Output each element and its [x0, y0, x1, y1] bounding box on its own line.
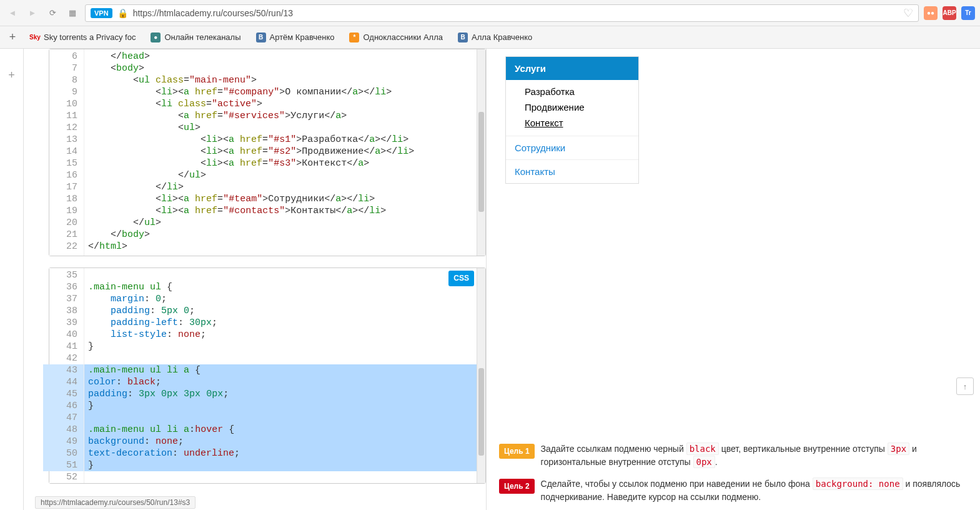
extension-icon-abp[interactable]: ABP [943, 6, 956, 20]
apps-grid-icon[interactable]: ▦ [65, 6, 80, 21]
nav-back-button[interactable]: ◄ [5, 6, 20, 21]
bookmark-icon: * [349, 32, 359, 42]
bookmark-item[interactable]: SkySky torrents a Privacy foc [30, 32, 136, 42]
bookmark-item[interactable]: *Одноклассники Алла [349, 32, 443, 42]
extension-icon-ext1[interactable]: ●● [924, 6, 938, 20]
lock-icon: 🔒 [117, 8, 128, 18]
bookmark-icon: B [458, 32, 468, 42]
bookmark-label: Онлайн телеканалы [164, 32, 240, 42]
heart-icon[interactable]: ♡ [903, 6, 913, 20]
bookmark-icon: ● [151, 32, 161, 42]
add-tab-button[interactable]: + [5, 30, 20, 45]
nav-forward-button[interactable]: ► [25, 6, 40, 21]
bookmark-icon: B [256, 32, 266, 42]
vpn-badge: VPN [91, 8, 112, 18]
bookmark-label: Sky torrents a Privacy foc [44, 32, 136, 42]
bookmark-icon: Sky [30, 32, 40, 42]
extension-icon-translate[interactable]: Tr [961, 6, 975, 20]
bookmark-item[interactable]: ●Онлайн телеканалы [151, 32, 240, 42]
bookmark-item[interactable]: BАртём Кравченко [256, 32, 335, 42]
bookmark-label: Алла Кравченко [472, 32, 532, 42]
bookmark-label: Одноклассники Алла [363, 32, 443, 42]
bookmark-label: Артём Кравченко [270, 32, 335, 42]
browser-toolbar: ◄ ► ⟳ ▦ VPN 🔒 https://htmlacademy.ru/cou… [0, 0, 980, 26]
bookmarks-bar: + SkySky torrents a Privacy foc●Онлайн т… [0, 26, 980, 49]
bookmark-item[interactable]: BАлла Кравченко [458, 32, 532, 42]
nav-reload-button[interactable]: ⟳ [45, 6, 60, 21]
url-bar[interactable]: VPN 🔒 https://htmlacademy.ru/courses/50/… [85, 4, 919, 22]
url-text: https://htmlacademy.ru/courses/50/run/13 [133, 8, 898, 18]
